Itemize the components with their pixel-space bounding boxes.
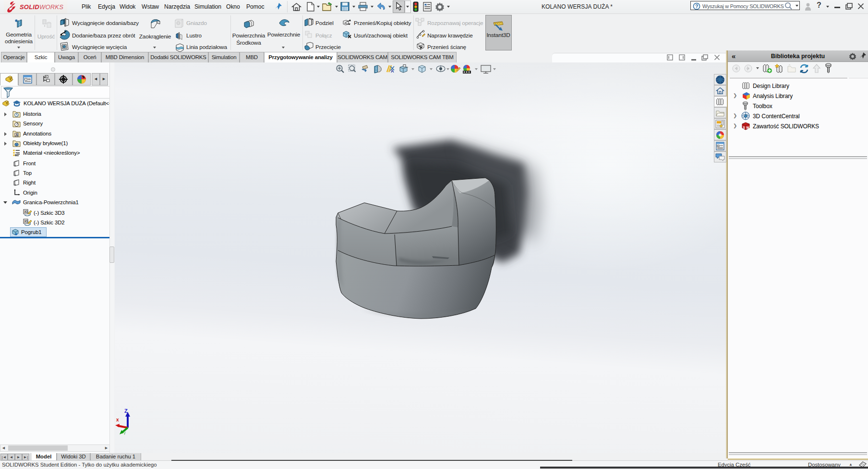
svg-text:?: ? <box>695 3 698 9</box>
svg-text:y: y <box>123 430 126 435</box>
svg-text:WORKS: WORKS <box>39 3 63 11</box>
svg-text:SOLID: SOLID <box>20 3 39 11</box>
svg-text:A: A <box>15 133 18 137</box>
svg-text:A: A <box>391 69 394 74</box>
svg-text:x: x <box>116 417 119 422</box>
svg-text:3D: 3D <box>24 210 28 213</box>
svg-text:W: W <box>747 126 750 129</box>
svg-text:3D: 3D <box>24 220 28 223</box>
